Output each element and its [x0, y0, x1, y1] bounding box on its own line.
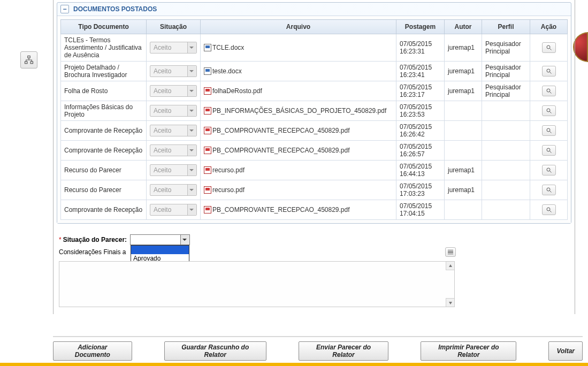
cell-tipo: TCLEs - Termos Assentimento / Justificat…	[61, 34, 147, 62]
cell-perfil	[482, 161, 530, 180]
cell-perfil	[482, 180, 530, 200]
svg-point-13	[547, 148, 550, 151]
table-row: Informações Básicas do ProjetoAceitoPB_I…	[61, 101, 568, 121]
cell-situacao: Aceito	[147, 101, 201, 121]
view-button[interactable]	[542, 145, 556, 156]
file-link[interactable]: PB_COMPROVANTE_RECEPCAO_450829.pdf	[204, 206, 393, 214]
cell-postagem: 07/05/2015 16:23:31	[396, 34, 445, 62]
cell-arquivo: TCLE.docx	[201, 34, 396, 62]
cell-postagem: 07/05/2015 16:23:53	[396, 101, 445, 121]
view-button[interactable]	[542, 204, 556, 215]
situacao-select[interactable]: AprovadoNão AprovadoPendenteRetirado	[130, 234, 190, 245]
file-link[interactable]: recurso.pdf	[204, 186, 393, 194]
svg-point-9	[547, 109, 550, 112]
enviar-parecer-button[interactable]: Enviar Parecer do Relator	[299, 341, 388, 361]
cell-tipo: Recurso do Parecer	[61, 180, 147, 200]
imprimir-parecer-button[interactable]: Imprimir Parecer do Relator	[421, 341, 516, 361]
cell-tipo: Projeto Detalhado / Brochura Investigado…	[61, 62, 147, 81]
file-link[interactable]: recurso.pdf	[204, 166, 393, 174]
cell-arquivo: teste.docx	[201, 62, 396, 81]
view-button[interactable]	[542, 105, 556, 116]
cell-acao	[530, 121, 568, 141]
table-row: Comprovante de RecepçãoAceitoPB_COMPROVA…	[61, 200, 568, 220]
cell-acao	[530, 81, 568, 101]
dropdown-option[interactable]	[131, 246, 189, 254]
collapse-button[interactable]: −	[60, 5, 69, 13]
sitemap-icon	[24, 55, 34, 65]
file-link[interactable]: folhaDeRosto.pdf	[204, 87, 393, 95]
view-button[interactable]	[542, 66, 556, 77]
magnifier-icon	[546, 108, 552, 114]
file-name: PB_INFORMAÇÕES_BÁSICAS_DO_PROJETO_450829…	[212, 107, 386, 115]
minus-icon: −	[63, 5, 66, 13]
col-situacao: Situação	[147, 20, 201, 34]
cell-perfil	[482, 200, 530, 220]
file-name: recurso.pdf	[212, 166, 245, 174]
scroll-down-icon[interactable]	[446, 298, 454, 307]
cell-autor: juremap1	[445, 81, 482, 101]
file-link[interactable]: PB_COMPROVANTE_RECEPCAO_450829.pdf	[204, 147, 393, 154]
cell-acao	[530, 200, 568, 220]
cell-postagem: 07/05/2015 16:23:41	[396, 62, 445, 81]
file-name: recurso.pdf	[212, 186, 245, 194]
file-link[interactable]: TCLE.docx	[204, 44, 393, 51]
svg-line-14	[549, 151, 551, 153]
view-button[interactable]	[542, 165, 556, 176]
status-select: Aceito	[150, 144, 197, 156]
pdf-icon	[204, 166, 211, 174]
situacao-label: Situação do Parecer:	[63, 236, 127, 243]
svg-line-20	[549, 211, 551, 212]
cell-arquivo: PB_COMPROVANTE_RECEPCAO_450829.pdf	[201, 121, 396, 141]
table-row: Folha de RostoAceitofolhaDeRosto.pdf07/0…	[61, 81, 568, 101]
status-select: Aceito	[150, 105, 197, 117]
cell-tipo: Comprovante de Recepção	[61, 121, 147, 141]
svg-point-17	[547, 188, 550, 191]
voltar-button[interactable]: Voltar	[548, 341, 583, 361]
svg-line-18	[549, 191, 551, 193]
cell-situacao: Aceito	[147, 34, 201, 62]
cell-acao	[530, 101, 568, 121]
cell-acao	[530, 161, 568, 180]
cell-perfil	[482, 121, 530, 141]
cell-acao	[530, 62, 568, 81]
scroll-up-icon[interactable]	[446, 262, 454, 270]
cell-arquivo: recurso.pdf	[201, 180, 396, 200]
sitemap-tool-button[interactable]	[20, 51, 37, 68]
view-button[interactable]	[542, 42, 556, 53]
cell-situacao: Aceito	[147, 161, 201, 180]
view-button[interactable]	[542, 185, 556, 195]
file-link[interactable]: PB_COMPROVANTE_RECEPCAO_450829.pdf	[204, 127, 393, 134]
cell-arquivo: folhaDeRosto.pdf	[201, 81, 396, 101]
cell-situacao: Aceito	[147, 81, 201, 101]
documents-section-header[interactable]: − DOCUMENTOS POSTADOS	[57, 3, 571, 16]
documents-table-wrap: Tipo Documento Situação Arquivo Postagem…	[57, 16, 571, 223]
guardar-rascunho-button[interactable]: Guardar Rascunho do Relator	[164, 341, 266, 361]
cell-tipo: Informações Básicas do Projeto	[61, 101, 147, 121]
svg-rect-2	[30, 62, 33, 64]
cell-acao	[530, 34, 568, 62]
cell-situacao: Aceito	[147, 121, 201, 141]
file-name: TCLE.docx	[212, 44, 244, 51]
svg-point-11	[547, 128, 550, 132]
pdf-icon	[204, 206, 211, 214]
file-link[interactable]: PB_INFORMAÇÕES_BÁSICAS_DO_PROJETO_450829…	[204, 107, 393, 115]
adicionar-documento-button[interactable]: Adicionar Documento	[53, 341, 132, 361]
svg-line-10	[549, 112, 551, 113]
cell-perfil	[482, 101, 530, 121]
svg-line-16	[549, 171, 551, 173]
cell-situacao: Aceito	[147, 200, 201, 220]
textarea-toolbar-icon[interactable]	[445, 247, 456, 257]
file-link[interactable]: teste.docx	[204, 67, 393, 75]
view-button[interactable]	[542, 125, 556, 136]
file-name: teste.docx	[212, 67, 242, 75]
cell-autor: juremap1	[445, 180, 482, 200]
consideracoes-textarea[interactable]	[59, 261, 455, 307]
file-name: PB_COMPROVANTE_RECEPCAO_450829.pdf	[212, 127, 350, 134]
magnifier-icon	[546, 127, 552, 134]
col-postagem: Postagem	[396, 20, 445, 34]
cell-tipo: Comprovante de Recepção	[61, 141, 147, 161]
cell-perfil: Pesquisador Principal	[482, 81, 530, 101]
magnifier-icon	[546, 147, 552, 154]
situacao-row: * Situação do Parecer: AprovadoNão Aprov…	[59, 234, 569, 245]
view-button[interactable]	[542, 86, 556, 96]
